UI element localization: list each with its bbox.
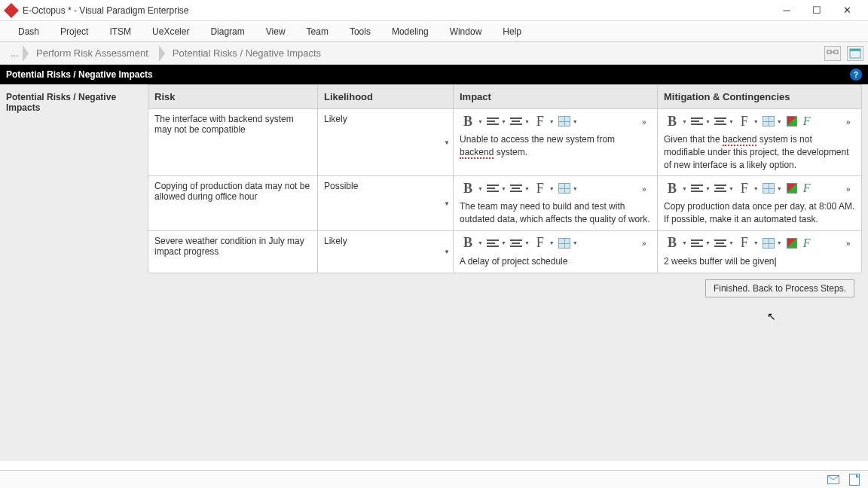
mitigation-cell[interactable]: B▼ ▼ ▼ F▼ ▼ F » 2 weeks buffer will be g… [658,230,862,273]
risk-cell[interactable]: The interface with backend system may no… [148,109,318,176]
dropdown-icon[interactable]: ▼ [777,240,782,246]
align-left-icon[interactable] [690,181,704,196]
bold-icon[interactable]: B [460,114,476,129]
dropdown-icon[interactable]: ▼ [524,186,530,191]
align-center-icon[interactable] [714,114,727,129]
dropdown-icon[interactable]: ▼ [549,240,555,246]
more-icon[interactable]: » [842,181,855,196]
impact-text[interactable]: A delay of project schedule [460,255,651,268]
menu-view[interactable]: View [255,23,296,40]
menu-project[interactable]: Project [50,23,99,40]
dropdown-icon[interactable]: ▼ [729,240,734,246]
more-icon[interactable]: » [637,236,651,251]
mitigation-text[interactable]: Given that the backend system is not mod… [664,133,855,171]
align-left-icon[interactable] [486,181,500,196]
th-likelihood[interactable]: Likelihood [318,85,454,109]
mail-icon[interactable] [827,474,839,486]
diagram-overview-icon[interactable] [824,46,841,61]
more-icon[interactable]: » [637,181,651,196]
font-icon[interactable]: F [737,181,752,196]
dropdown-icon[interactable]: ▼ [573,240,578,246]
menu-diagram[interactable]: Diagram [200,23,255,40]
chevron-down-icon[interactable]: ▼ [444,200,450,207]
menu-modeling[interactable]: Modeling [381,23,439,40]
menu-tools[interactable]: Tools [339,23,381,40]
menu-window[interactable]: Window [439,23,493,40]
dropdown-icon[interactable]: ▼ [729,119,734,124]
menu-dash[interactable]: Dash [8,23,50,40]
bold-icon[interactable]: B [664,114,680,129]
window-maximize-button[interactable]: ☐ [802,2,832,20]
mitigation-text[interactable]: 2 weeks buffer will be given [664,255,855,268]
clear-format-icon[interactable]: F [800,236,814,251]
mitigation-text[interactable]: Copy production data once per day, at 8:… [664,200,855,226]
dropdown-icon[interactable]: ▼ [753,119,759,124]
table-icon[interactable] [762,236,775,251]
impact-text[interactable]: The team may need to build and test with… [460,200,651,226]
likelihood-cell[interactable]: Possible▼ [318,176,454,231]
dropdown-icon[interactable]: ▼ [549,119,555,124]
th-risk[interactable]: Risk [148,85,318,109]
fill-color-icon[interactable] [785,181,799,196]
table-icon[interactable] [558,114,571,129]
menu-itsm[interactable]: ITSM [99,23,142,40]
table-icon[interactable] [762,181,775,196]
dropdown-icon[interactable]: ▼ [478,186,483,191]
help-icon[interactable]: ? [850,69,862,81]
menu-team[interactable]: Team [296,23,339,40]
font-icon[interactable]: F [533,114,548,129]
impact-text[interactable]: Unable to access the new system from bac… [460,133,651,159]
clear-format-icon[interactable]: F [800,181,814,196]
dropdown-icon[interactable]: ▼ [501,119,506,124]
breadcrumb-item-2[interactable]: Potential Risks / Negative Impacts [167,45,330,62]
breadcrumb-item-1[interactable]: Perform Risk Assessment [30,45,157,62]
fill-color-icon[interactable] [785,114,799,129]
align-center-icon[interactable] [509,114,523,129]
dropdown-icon[interactable]: ▼ [478,240,483,246]
dropdown-icon[interactable]: ▼ [705,119,711,124]
align-center-icon[interactable] [714,236,727,251]
dropdown-icon[interactable]: ▼ [753,240,759,246]
breadcrumb-home[interactable]: ... [5,45,21,62]
align-left-icon[interactable] [486,114,500,129]
bold-icon[interactable]: B [460,236,476,251]
table-icon[interactable] [558,181,571,196]
dropdown-icon[interactable]: ▼ [478,119,483,124]
impact-cell[interactable]: B▼ ▼ ▼ F▼ ▼ » A delay of project schedul… [454,230,658,273]
dropdown-icon[interactable]: ▼ [705,186,711,191]
layout-icon[interactable] [847,46,863,61]
table-icon[interactable] [558,236,571,251]
font-icon[interactable]: F [737,114,752,129]
font-icon[interactable]: F [533,236,548,251]
align-left-icon[interactable] [690,236,704,251]
dropdown-icon[interactable]: ▼ [753,186,759,191]
window-close-button[interactable]: ✕ [832,2,862,20]
dropdown-icon[interactable]: ▼ [729,186,734,191]
chevron-down-icon[interactable]: ▼ [444,249,450,255]
menu-help[interactable]: Help [492,23,532,40]
mitigation-cell[interactable]: B▼ ▼ ▼ F▼ ▼ F » Copy production data onc… [658,176,862,231]
align-left-icon[interactable] [690,114,704,129]
chevron-down-icon[interactable]: ▼ [444,139,450,146]
menu-uexceler[interactable]: UeXceler [142,23,200,40]
risk-cell[interactable]: Copying of production data may not be al… [148,176,318,231]
more-icon[interactable]: » [842,114,855,129]
dropdown-icon[interactable]: ▼ [549,186,555,191]
dropdown-icon[interactable]: ▼ [777,186,782,191]
align-center-icon[interactable] [714,181,727,196]
more-icon[interactable]: » [842,236,855,251]
finished-button[interactable]: Finished. Back to Process Steps. [705,279,854,297]
impact-cell[interactable]: B▼ ▼ ▼ F▼ ▼ » Unable to access the new s… [454,109,658,176]
dropdown-icon[interactable]: ▼ [501,240,506,246]
impact-cell[interactable]: B▼ ▼ ▼ F▼ ▼ » The team may need to build… [454,176,658,231]
dropdown-icon[interactable]: ▼ [573,186,578,191]
dropdown-icon[interactable]: ▼ [682,240,687,246]
font-icon[interactable]: F [533,181,548,196]
dropdown-icon[interactable]: ▼ [501,186,506,191]
likelihood-cell[interactable]: Likely▼ [318,109,454,176]
bold-icon[interactable]: B [664,236,680,251]
window-minimize-button[interactable]: ─ [772,2,802,20]
align-center-icon[interactable] [509,236,523,251]
likelihood-cell[interactable]: Likely▼ [318,230,454,273]
align-center-icon[interactable] [509,181,523,196]
